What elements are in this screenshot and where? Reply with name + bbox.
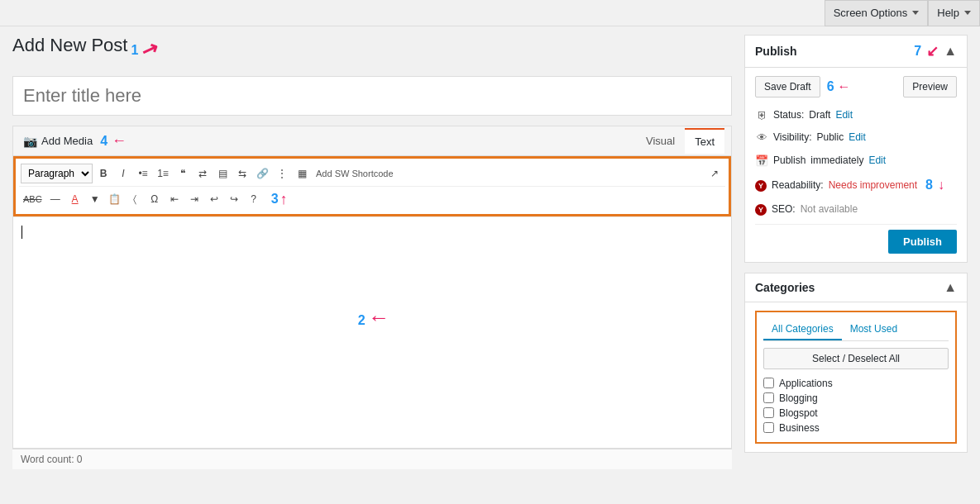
- category-checkbox[interactable]: [763, 392, 774, 403]
- content-area: Add New Post 1 ↙ 📷 Add Media 4 ← Visual …: [12, 35, 732, 496]
- most-used-tab[interactable]: Most Used: [842, 319, 906, 340]
- word-count-label: Word count:: [21, 454, 74, 465]
- indent-button[interactable]: ⇥: [185, 189, 203, 209]
- visibility-edit-link[interactable]: Edit: [849, 129, 866, 147]
- strikethrough-button[interactable]: ABC: [21, 189, 45, 209]
- categories-panel-header: Categories ▲: [745, 273, 967, 302]
- annotation-6: 6: [827, 79, 834, 94]
- seo-value: Not available: [801, 201, 858, 219]
- publish-panel-title: Publish: [755, 45, 797, 58]
- category-label: Applications: [779, 378, 833, 389]
- arrow-6: ←: [838, 79, 851, 94]
- unordered-list-button[interactable]: •≡: [134, 164, 152, 183]
- toolbar-row-2: ABC — A ▼ 📋 〈 Ω ⇤ ⇥ ↩ ↪ ? 3 ↑: [19, 186, 725, 212]
- visual-tab[interactable]: Visual: [636, 128, 685, 154]
- toolbar-row-1: Paragraph B I •≡ 1≡ ❝ ⇄ ▤ ⇆ 🔗 ⋮ ▦ Add SW…: [19, 161, 725, 186]
- readability-row: Y Readability: Needs improvement 8 ↓: [755, 174, 957, 197]
- editor-body[interactable]: 2 ←: [13, 216, 731, 448]
- align-center-button[interactable]: ▤: [213, 164, 232, 183]
- publish-panel-header: Publish 7 ↙ ▲: [745, 36, 967, 68]
- publish-meta: ⛨ Status: Draft Edit 👁 Visibility: Publi…: [755, 106, 957, 219]
- publish-panel: Publish 7 ↙ ▲ Save Draft 6 ← Preview: [744, 35, 968, 263]
- yoast-seo-icon: Y: [755, 204, 767, 216]
- help-editor-button[interactable]: ?: [245, 189, 263, 209]
- annotation-8: 8: [925, 174, 933, 197]
- publish-panel-body: Save Draft 6 ← Preview ⛨ Status: Draft E…: [745, 68, 967, 262]
- category-tabs: All Categories Most Used: [763, 319, 949, 341]
- horizontal-rule-button[interactable]: —: [46, 189, 65, 209]
- help-label: Help: [937, 7, 959, 19]
- editor-tabs-row: 📷 Add Media 4 ← Visual Text: [13, 126, 731, 156]
- list-item: Blogspot: [763, 406, 949, 421]
- publish-edit-link[interactable]: Edit: [868, 152, 886, 170]
- publish-time-row: 📅 Publish immediately Edit: [755, 151, 957, 170]
- yoast-readability-icon: Y: [755, 180, 767, 192]
- blockquote-button[interactable]: ❝: [174, 164, 192, 183]
- help-button[interactable]: Help: [928, 0, 980, 26]
- screen-options-button[interactable]: Screen Options: [825, 0, 929, 26]
- category-label: Business: [779, 422, 820, 434]
- categories-content: All Categories Most Used Select / Desele…: [755, 311, 957, 444]
- align-right-button[interactable]: ⇆: [233, 164, 251, 183]
- more-button[interactable]: ⋮: [273, 164, 291, 183]
- top-bar: Screen Options Help: [0, 0, 980, 26]
- outdent-button[interactable]: ⇤: [165, 189, 184, 209]
- sidebar: Publish 7 ↙ ▲ Save Draft 6 ← Preview: [744, 35, 968, 496]
- calendar-icon: 📅: [755, 151, 768, 170]
- save-draft-button[interactable]: Save Draft: [755, 76, 820, 97]
- arrow-4: ←: [112, 132, 127, 150]
- category-checkbox[interactable]: [763, 378, 774, 388]
- publish-time-value: immediately: [810, 152, 863, 170]
- chevron-down-icon: [964, 11, 971, 15]
- annotation-7: 7: [914, 44, 921, 59]
- expand-button[interactable]: ↗: [705, 164, 724, 183]
- preview-button[interactable]: Preview: [903, 76, 957, 97]
- category-checkbox[interactable]: [763, 407, 774, 418]
- shortcode-label: Add SW Shortcode: [313, 169, 397, 178]
- editor-cursor: [22, 226, 22, 239]
- publish-label: Publish: [773, 152, 806, 170]
- title-input[interactable]: [12, 76, 732, 116]
- annotation-4: 4: [100, 134, 108, 149]
- list-item: Applications: [763, 376, 949, 391]
- paste-text-button[interactable]: 📋: [106, 189, 124, 209]
- editor-view-tabs: Visual Text: [636, 128, 724, 154]
- annotation-1: 1: [131, 43, 138, 58]
- status-edit-link[interactable]: Edit: [835, 107, 853, 125]
- redo-button[interactable]: ↪: [225, 189, 243, 209]
- categories-panel-title: Categories: [755, 281, 815, 294]
- status-value: Draft: [809, 107, 830, 125]
- undo-button[interactable]: ↩: [205, 189, 223, 209]
- select-deselect-button[interactable]: Select / Deselect All: [763, 348, 949, 369]
- special-chars-button[interactable]: Ω: [146, 189, 164, 209]
- align-left-button[interactable]: ⇄: [194, 164, 212, 183]
- text-color-button[interactable]: A: [66, 189, 84, 209]
- text-tab[interactable]: Text: [685, 128, 724, 154]
- editor-toolbar-wrap: Paragraph B I •≡ 1≡ ❝ ⇄ ▤ ⇆ 🔗 ⋮ ▦ Add SW…: [13, 156, 731, 216]
- arrow-7: ↙: [926, 42, 939, 60]
- publish-button[interactable]: Publish: [888, 230, 957, 254]
- publish-panel-collapse[interactable]: ▲: [944, 44, 957, 59]
- format-select[interactable]: Paragraph: [21, 164, 93, 183]
- bold-button[interactable]: B: [94, 164, 112, 183]
- media-icon: 📷: [23, 135, 37, 148]
- italic-button[interactable]: I: [114, 164, 132, 183]
- publish-btn-row: Publish: [755, 224, 957, 254]
- category-checkbox[interactable]: [763, 422, 774, 433]
- list-item: Blogging: [763, 391, 949, 406]
- link-button[interactable]: 🔗: [253, 164, 271, 183]
- chevron-down-icon: [912, 11, 919, 15]
- all-categories-tab[interactable]: All Categories: [763, 319, 842, 340]
- category-list: Applications Blogging Blogspot Business: [763, 376, 949, 435]
- table-button[interactable]: ▦: [293, 164, 311, 183]
- seo-row: Y SEO: Not available: [755, 201, 957, 219]
- add-media-button[interactable]: 📷 Add Media 4 ←: [20, 126, 130, 155]
- add-media-label: Add Media: [41, 135, 93, 147]
- seo-label: SEO:: [772, 201, 796, 219]
- categories-panel-collapse[interactable]: ▲: [944, 280, 957, 295]
- arrow-3: ↑: [280, 191, 288, 208]
- ordered-list-button[interactable]: 1≡: [154, 164, 172, 183]
- eraser-button[interactable]: 〈: [126, 189, 144, 209]
- text-color-dropdown[interactable]: ▼: [86, 189, 104, 209]
- word-count-bar: Word count: 0: [12, 449, 732, 469]
